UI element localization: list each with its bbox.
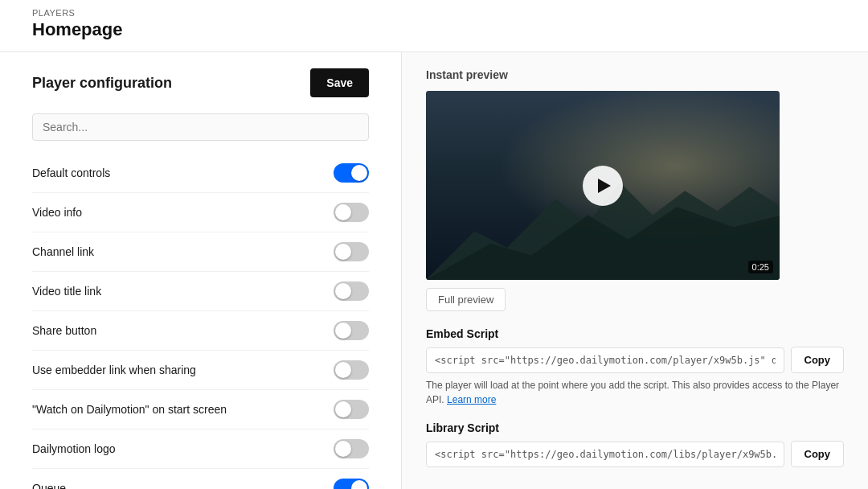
- save-button[interactable]: Save: [310, 68, 369, 97]
- config-header: Player configuration Save: [32, 68, 369, 97]
- settings-item-use-embedder-link: Use embedder link when sharing: [32, 351, 369, 390]
- toggle-track-share-button: [334, 321, 369, 340]
- toggle-share-button[interactable]: [334, 321, 369, 340]
- embed-script-description: The player will load at the point where …: [426, 378, 844, 407]
- settings-item-watch-on-dm: "Watch on Dailymotion" on start screen: [32, 390, 369, 429]
- page-title: Homepage: [32, 19, 836, 40]
- settings-item-dailymotion-logo: Dailymotion logo: [32, 429, 369, 469]
- embed-script-row: Copy: [426, 347, 844, 373]
- embed-script-section: Embed Script Copy The player will load a…: [426, 327, 844, 407]
- settings-item-queue: Queue: [32, 469, 369, 489]
- full-preview-button[interactable]: Full preview: [426, 288, 506, 311]
- toggle-watch-on-dm[interactable]: [334, 400, 369, 419]
- config-title: Player configuration: [32, 75, 172, 92]
- embed-copy-button[interactable]: Copy: [791, 347, 845, 373]
- toggle-use-embedder-link[interactable]: [334, 360, 369, 380]
- play-button[interactable]: [583, 166, 623, 206]
- library-script-title: Library Script: [426, 421, 844, 434]
- breadcrumb-section: PLAYERS: [32, 8, 836, 18]
- settings-label-dailymotion-logo: Dailymotion logo: [32, 442, 116, 455]
- embed-script-title: Embed Script: [426, 327, 844, 340]
- top-bar: PLAYERS Homepage: [0, 0, 868, 52]
- toggle-knob-default-controls: [351, 165, 367, 181]
- library-script-section: Library Script Copy: [426, 421, 844, 467]
- toggle-dailymotion-logo[interactable]: [334, 439, 369, 458]
- settings-label-queue: Queue: [32, 482, 66, 489]
- settings-item-video-info: Video info: [32, 193, 369, 232]
- toggle-track-video-info: [334, 203, 369, 222]
- settings-label-video-info: Video info: [32, 206, 82, 219]
- toggle-knob-share-button: [335, 323, 351, 339]
- library-script-input[interactable]: [426, 442, 784, 467]
- settings-label-use-embedder-link: Use embedder link when sharing: [32, 364, 196, 376]
- toggle-knob-queue: [351, 480, 367, 489]
- toggle-default-controls[interactable]: [334, 163, 369, 183]
- settings-item-video-title-link: Video title link: [32, 272, 369, 311]
- toggle-knob-dailymotion-logo: [335, 441, 351, 457]
- toggle-track-dailymotion-logo: [334, 439, 369, 458]
- toggle-knob-watch-on-dm: [335, 401, 351, 417]
- toggle-track-video-title-link: [334, 281, 369, 301]
- left-panel: Player configuration Save Default contro…: [0, 52, 402, 489]
- library-script-row: Copy: [426, 441, 844, 467]
- settings-label-share-button: Share button: [32, 324, 96, 337]
- toggle-knob-video-title-link: [335, 283, 351, 299]
- right-panel: Instant preview 0:25 Full preview Embed …: [402, 52, 868, 489]
- toggle-track-watch-on-dm: [334, 400, 369, 419]
- settings-label-default-controls: Default controls: [32, 166, 110, 179]
- search-bar-container: [32, 113, 369, 141]
- learn-more-link[interactable]: Learn more: [447, 394, 496, 405]
- search-input[interactable]: [32, 113, 369, 141]
- settings-label-video-title-link: Video title link: [32, 285, 101, 298]
- settings-label-watch-on-dm: "Watch on Dailymotion" on start screen: [32, 403, 227, 416]
- toggle-track-use-embedder-link: [334, 360, 369, 380]
- duration-badge: 0:25: [748, 261, 773, 273]
- toggle-video-info[interactable]: [334, 203, 369, 222]
- toggle-track-channel-link: [334, 242, 369, 261]
- toggle-knob-video-info: [335, 204, 351, 220]
- settings-label-channel-link: Channel link: [32, 245, 94, 258]
- toggle-channel-link[interactable]: [334, 242, 369, 261]
- toggle-knob-channel-link: [335, 244, 351, 260]
- toggle-track-default-controls: [334, 163, 369, 183]
- toggle-queue[interactable]: [334, 479, 369, 489]
- video-player[interactable]: 0:25: [426, 91, 780, 280]
- toggle-knob-use-embedder-link: [335, 362, 351, 378]
- toggle-track-queue: [334, 479, 369, 489]
- settings-item-default-controls: Default controls: [32, 154, 369, 193]
- library-copy-button[interactable]: Copy: [791, 441, 845, 467]
- embed-script-input[interactable]: [426, 347, 784, 373]
- instant-preview-label: Instant preview: [426, 68, 844, 81]
- settings-list: Default controlsVideo infoChannel linkVi…: [32, 154, 369, 489]
- toggle-video-title-link[interactable]: [334, 281, 369, 301]
- settings-item-share-button: Share button: [32, 311, 369, 351]
- settings-item-channel-link: Channel link: [32, 232, 369, 272]
- main-content: Player configuration Save Default contro…: [0, 52, 868, 489]
- play-icon: [598, 179, 611, 193]
